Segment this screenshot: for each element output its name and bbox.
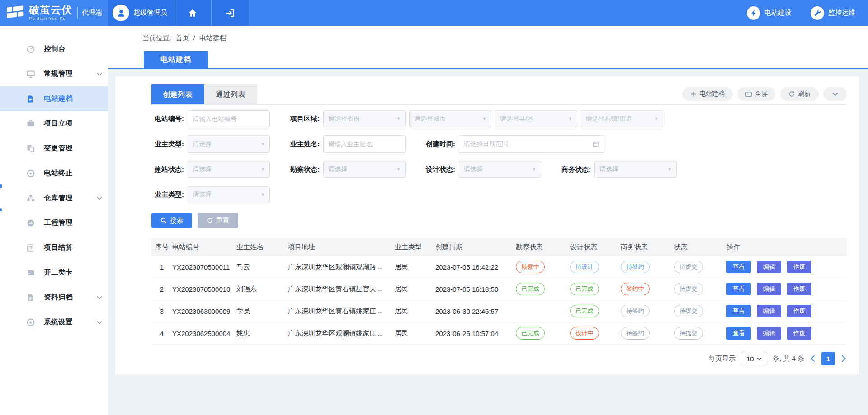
calculator-icon xyxy=(26,243,36,252)
status-badge: 待签约 xyxy=(621,261,650,273)
nav-monitor-ops[interactable]: 监控运维 xyxy=(811,0,855,26)
void-button[interactable]: 作废 xyxy=(787,283,811,295)
sidebar-item-label: 电站建档 xyxy=(44,94,73,103)
page-size-select[interactable]: 10 xyxy=(741,352,767,365)
sidebar-item-console[interactable]: 控制台 xyxy=(0,37,108,61)
prev-page-button[interactable] xyxy=(810,355,816,362)
view-button[interactable]: 查看 xyxy=(726,327,751,340)
status-badge: 勘察中 xyxy=(516,261,545,273)
province-select[interactable]: 请选择省份 ▼ xyxy=(323,110,406,127)
status-badge: 待提交 xyxy=(674,283,703,295)
home-button[interactable] xyxy=(174,0,211,26)
page-tab-station-archive[interactable]: 电站建档 xyxy=(144,51,208,68)
sidebar-item-open-class2-card[interactable]: 开二类卡 xyxy=(0,260,108,285)
page-number-button[interactable]: 1 xyxy=(821,352,835,365)
sidebar-item-warehouse-mgmt[interactable]: 仓库管理 xyxy=(0,186,108,210)
refresh-icon xyxy=(788,91,795,97)
view-button[interactable]: 查看 xyxy=(726,305,751,317)
cell-station-code: YX2023070500011 xyxy=(172,263,236,271)
sidebar-item-label: 项目结算 xyxy=(44,243,73,252)
gauge-icon xyxy=(26,45,36,54)
sidebar-scrollbar-thumb[interactable] xyxy=(0,208,2,211)
edit-button[interactable]: 编辑 xyxy=(757,261,781,273)
station-table: 序号 电站编号 业主姓名 项目地址 业主类型 创建日期 勘察状态 设计状态 商务… xyxy=(151,238,847,345)
fullscreen-button[interactable]: 全屏 xyxy=(737,87,776,101)
business-status-label: 商务状态: xyxy=(558,165,591,174)
collapse-filters-button[interactable] xyxy=(823,87,847,101)
owner-name-input[interactable] xyxy=(323,135,406,153)
col-created: 创建日期 xyxy=(435,243,516,252)
logout-button[interactable] xyxy=(211,0,249,26)
owner-type2-select[interactable]: 请选择 ▼ xyxy=(188,186,270,203)
void-button[interactable]: 作废 xyxy=(787,305,811,317)
user-avatar-icon xyxy=(116,8,126,18)
sitemap-icon xyxy=(26,194,36,203)
design-status-select[interactable]: 请选择 ▼ xyxy=(459,161,541,178)
copy-icon xyxy=(26,144,36,153)
region-label: 项目区域: xyxy=(287,115,320,123)
view-button[interactable]: 查看 xyxy=(726,283,751,295)
sidebar-item-change-mgmt[interactable]: 变更管理 xyxy=(0,136,108,161)
void-button[interactable]: 作废 xyxy=(787,261,811,273)
sidebar-item-general-mgmt[interactable]: 常规管理 xyxy=(0,61,108,86)
owner-type-select[interactable]: 请选择 ▼ xyxy=(188,135,270,153)
station-no-input[interactable] xyxy=(188,110,270,127)
cell-address: 广东深圳龙华区黄石镇星官大... xyxy=(288,285,395,294)
county-select[interactable]: 请选择县/区 ▼ xyxy=(495,110,577,127)
cell-created: 2023-07-05 16:18:50 xyxy=(435,285,516,293)
void-button[interactable]: 作废 xyxy=(787,327,811,340)
create-time-range-input[interactable]: 请选择日期范围 xyxy=(459,135,604,153)
per-page-label: 每页显示 xyxy=(708,354,736,363)
sidebar-item-label: 电站终止 xyxy=(44,168,73,178)
sidebar-scrollbar-thumb[interactable] xyxy=(0,184,2,188)
edit-button[interactable]: 编辑 xyxy=(757,305,781,317)
next-page-button[interactable] xyxy=(840,355,847,362)
col-business-status: 商务状态 xyxy=(621,243,674,252)
wrench-icon xyxy=(811,6,824,20)
reset-button[interactable]: 重置 xyxy=(198,213,238,228)
sidebar-item-project-settlement[interactable]: 项目结算 xyxy=(0,235,108,260)
edit-button[interactable]: 编辑 xyxy=(757,327,781,340)
chevron-right-icon xyxy=(841,355,846,362)
refresh-button[interactable]: 刷新 xyxy=(780,87,819,101)
tab-create-list[interactable]: 创建列表 xyxy=(151,84,204,104)
cell-owner-name: 姚忠 xyxy=(236,329,288,338)
search-button[interactable]: 搜索 xyxy=(151,213,192,228)
status-badge: 待签约 xyxy=(621,305,650,317)
caret-down-icon: ▼ xyxy=(261,167,265,172)
view-button[interactable]: 查看 xyxy=(726,261,751,273)
sidebar-item-data-archive[interactable]: 资料归档 xyxy=(0,285,108,310)
brand-subtitle: Po Jian Yun Fu xyxy=(29,17,72,21)
status-badge: 签约中 xyxy=(621,283,650,295)
status-badge: 已完成 xyxy=(570,283,599,295)
sidebar-item-station-terminate[interactable]: 电站终止 xyxy=(0,161,108,186)
owner-type-label: 业主类型: xyxy=(151,140,184,149)
user-menu[interactable]: 超级管理员 xyxy=(108,0,174,26)
sidebar-item-project-initiation[interactable]: 项目立项 xyxy=(0,111,108,136)
page-header: 当前位置: 首页 / 电站建档 电站建档 xyxy=(108,26,868,69)
cell-owner-name: 刘强东 xyxy=(236,285,288,294)
town-select[interactable]: 请选择村镇/街道 ▼ xyxy=(581,110,663,127)
city-select[interactable]: 请选择城市 ▼ xyxy=(409,110,491,127)
nav-label: 电站建设 xyxy=(764,9,792,17)
sidebar-item-station-archive[interactable]: 电站建档 xyxy=(0,86,108,111)
sidebar-item-system-settings[interactable]: 系统设置 xyxy=(0,310,108,335)
build-status-select[interactable]: 请选择 ▼ xyxy=(188,161,270,178)
business-status-select[interactable]: 请选择 ▼ xyxy=(594,161,677,178)
survey-status-select[interactable]: 请选择 ▼ xyxy=(323,161,406,178)
build-status-label: 建站状态: xyxy=(151,165,184,174)
sidebar-item-label: 常规管理 xyxy=(44,69,73,79)
sidebar-item-engineering-mgmt[interactable]: 工程管理 xyxy=(0,210,108,235)
table-row: 1 YX2023070500011 马云 广东深圳龙华区观澜镇观湖路... 居民… xyxy=(151,256,847,278)
archive-file-icon xyxy=(26,293,36,302)
cell-address: 广东深圳龙华区黄石镇姚家庄... xyxy=(288,307,395,316)
breadcrumb-home-link[interactable]: 首页 xyxy=(175,34,189,42)
add-station-button[interactable]: 电站建档 xyxy=(682,87,733,101)
edit-button[interactable]: 编辑 xyxy=(757,283,781,295)
tab-passed-list[interactable]: 通过列表 xyxy=(204,84,257,104)
status-badge: 待设计 xyxy=(570,261,599,273)
nav-station-build[interactable]: 电站建设 xyxy=(747,0,792,26)
col-actions: 操作 xyxy=(726,243,847,252)
card-icon xyxy=(26,268,36,277)
caret-down-icon: ▼ xyxy=(532,167,536,172)
